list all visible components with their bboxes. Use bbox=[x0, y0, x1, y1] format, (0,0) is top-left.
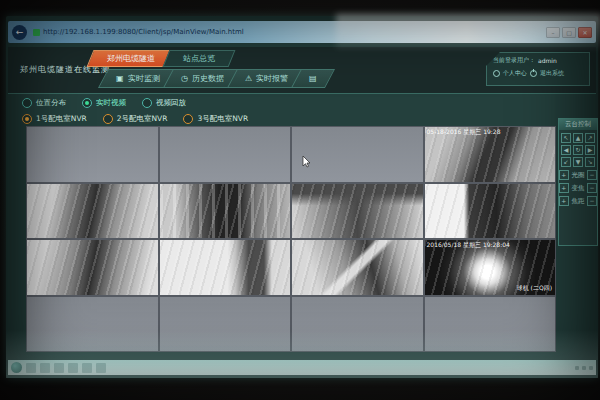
radio-circle-icon bbox=[22, 98, 32, 108]
ptz-control-label: 变焦 bbox=[571, 184, 586, 193]
ptz-minus-button[interactable]: − bbox=[587, 170, 597, 180]
network-icon[interactable] bbox=[575, 366, 579, 370]
ptz-arrow-button[interactable]: ▶ bbox=[585, 145, 595, 155]
ptz-control-label: 光圈 bbox=[571, 171, 586, 180]
power-icon bbox=[530, 70, 537, 77]
client-icon[interactable] bbox=[96, 363, 106, 373]
view-mode-radios: 位置分布实时视频视频回放 bbox=[22, 98, 186, 108]
window-controls: – ▢ ✕ bbox=[546, 27, 592, 38]
camera-timestamp: 05-18-2016 星期三 19:28 bbox=[427, 128, 501, 137]
radio-option[interactable]: 2号配电室NVR bbox=[103, 114, 168, 124]
empty-tile[interactable] bbox=[292, 297, 423, 352]
ptz-panel-title: 云台控制 bbox=[559, 119, 597, 130]
radio-circle-icon bbox=[183, 114, 193, 124]
logout-link[interactable]: 退出系统 bbox=[540, 69, 564, 78]
camera-tile[interactable] bbox=[160, 240, 291, 295]
system-tray bbox=[575, 366, 593, 370]
explorer-icon[interactable] bbox=[40, 363, 50, 373]
camera-channel-label: 球机 (二Q四) bbox=[517, 284, 552, 293]
close-button[interactable]: ✕ bbox=[578, 27, 592, 38]
tab-inactive[interactable]: 站点总览 bbox=[163, 50, 236, 67]
browser-back-button[interactable]: ← bbox=[12, 25, 27, 40]
ptz-minus-button[interactable]: − bbox=[587, 183, 597, 193]
ptz-arrow-button[interactable]: ▲ bbox=[573, 133, 583, 143]
radio-circle-icon bbox=[142, 98, 152, 108]
start-button[interactable] bbox=[11, 362, 22, 373]
history-data-icon: ◷ bbox=[181, 70, 188, 87]
login-label: 当前登录用户： bbox=[493, 56, 535, 65]
ptz-arrow-button[interactable]: ↘ bbox=[585, 157, 595, 167]
tab-active[interactable]: 郑州电缆隧道 bbox=[87, 50, 176, 67]
video-wall: 05-18-2016 星期三 19:282016/05/18 星期三 19:28… bbox=[26, 126, 556, 352]
camera-tile[interactable] bbox=[27, 184, 158, 239]
profile-link[interactable]: 个人中心 bbox=[503, 69, 527, 78]
camera-tile[interactable] bbox=[292, 240, 423, 295]
empty-tile[interactable] bbox=[27, 297, 158, 352]
radio-option[interactable]: 3号配电室NVR bbox=[183, 114, 248, 124]
camera-tile[interactable] bbox=[160, 184, 291, 239]
ptz-arrow-button[interactable]: ↗ bbox=[585, 133, 595, 143]
ptz-minus-button[interactable]: − bbox=[587, 196, 597, 206]
radio-circle-icon bbox=[103, 114, 113, 124]
camera-tile[interactable] bbox=[292, 184, 423, 239]
empty-tile[interactable] bbox=[160, 127, 291, 182]
radio-option[interactable]: 1号配电室NVR bbox=[22, 114, 87, 124]
realtime-alarm-icon: ⚠ bbox=[245, 70, 252, 87]
ptz-arrow-button[interactable]: ↙ bbox=[561, 157, 571, 167]
ptz-control-label: 焦距 bbox=[571, 197, 586, 206]
radio-option[interactable]: 位置分布 bbox=[22, 98, 66, 108]
radio-circle-icon bbox=[82, 98, 92, 108]
ptz-arrow-button[interactable]: ↻ bbox=[573, 145, 583, 155]
empty-tile[interactable] bbox=[292, 127, 423, 182]
realtime-monitor-icon: ▣ bbox=[116, 70, 124, 87]
ptz-arrow-button[interactable]: ▼ bbox=[573, 157, 583, 167]
ptz-arrow-button[interactable]: ↖ bbox=[561, 133, 571, 143]
camera-tile[interactable] bbox=[425, 184, 556, 239]
site-favicon-icon bbox=[33, 29, 40, 36]
device-manage-icon: ▤ bbox=[309, 70, 317, 87]
ptz-arrow-pad: ↖▲↗◀↻▶↙▼↘ bbox=[559, 133, 597, 167]
ptz-plus-button[interactable]: + bbox=[559, 170, 569, 180]
camera-tile[interactable]: 2016/05/18 星期三 19:28:04球机 (二Q四) bbox=[425, 240, 556, 295]
volume-icon[interactable] bbox=[582, 366, 586, 370]
main-tabs: 郑州电缆隧道站点总览 bbox=[96, 50, 232, 67]
page-header: 郑州电缆隧道在线监测 郑州电缆隧道站点总览 ▣实时监测◷历史数据⚠实时报警▤ 当… bbox=[8, 47, 596, 94]
ptz-plus-button[interactable]: + bbox=[559, 196, 569, 206]
windows-taskbar bbox=[8, 360, 596, 375]
user-panel: 当前登录用户： admin 个人中心 退出系统 bbox=[486, 52, 590, 86]
ptz-control-rows: +光圈−+变焦−+焦距− bbox=[559, 170, 597, 206]
battery-icon[interactable] bbox=[589, 366, 593, 370]
ptz-panel: 云台控制 ↖▲↗◀↻▶↙▼↘ +光圈−+变焦−+焦距− bbox=[558, 118, 598, 246]
taskbar-apps bbox=[22, 363, 106, 373]
nvr-radios: 1号配电室NVR2号配电室NVR3号配电室NVR bbox=[22, 114, 248, 124]
camera-tile[interactable]: 05-18-2016 星期三 19:28 bbox=[425, 127, 556, 182]
minimize-button[interactable]: – bbox=[546, 27, 560, 38]
camera-timestamp: 2016/05/18 星期三 19:28:04 bbox=[427, 241, 510, 250]
empty-tile[interactable] bbox=[27, 127, 158, 182]
browser-address-bar: ← http://192.168.1.199:8080/Client/jsp/M… bbox=[8, 21, 596, 43]
browser-icon[interactable] bbox=[82, 363, 92, 373]
url-text: http://192.168.1.199:8080/Client/jsp/Mai… bbox=[43, 28, 244, 36]
camera-tile[interactable] bbox=[27, 240, 158, 295]
ptz-arrow-button[interactable]: ◀ bbox=[561, 145, 571, 155]
monitor-screen: ← http://192.168.1.199:8080/Client/jsp/M… bbox=[6, 16, 598, 378]
ptz-plus-button[interactable]: + bbox=[559, 183, 569, 193]
ie-icon[interactable] bbox=[26, 363, 36, 373]
radio-option[interactable]: 视频回放 bbox=[142, 98, 186, 108]
url-field[interactable]: http://192.168.1.199:8080/Client/jsp/Mai… bbox=[33, 28, 542, 36]
empty-tile[interactable] bbox=[425, 297, 556, 352]
folder-icon[interactable] bbox=[54, 363, 64, 373]
media-icon[interactable] bbox=[68, 363, 78, 373]
person-icon bbox=[493, 70, 500, 77]
username: admin bbox=[538, 57, 557, 64]
empty-tile[interactable] bbox=[160, 297, 291, 352]
toolbar: ▣实时监测◷历史数据⚠实时报警▤ bbox=[108, 69, 329, 88]
radio-circle-icon bbox=[22, 114, 32, 124]
maximize-button[interactable]: ▢ bbox=[562, 27, 576, 38]
radio-option[interactable]: 实时视频 bbox=[82, 98, 126, 108]
